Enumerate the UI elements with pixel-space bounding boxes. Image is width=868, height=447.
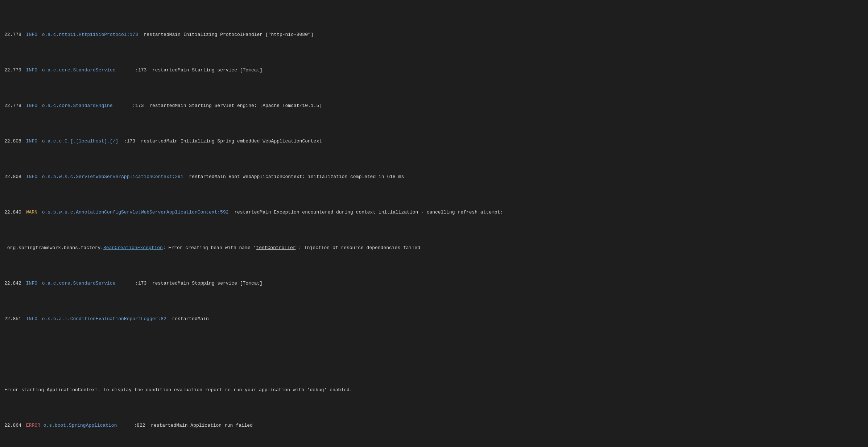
bean-name-testcontroller: testController <box>256 244 295 252</box>
logger-name: o.a.c.core.StandardService <box>42 280 116 287</box>
log-line-8: 22.851 INFO o.s.b.a.l.ConditionEvaluatio… <box>4 315 864 323</box>
log-level: INFO <box>26 31 39 38</box>
error-starting-line: Error starting ApplicationContext. To di… <box>4 386 864 394</box>
log-level: INFO <box>26 315 39 323</box>
log-message: Initializing ProtocolHandler ["http-nio-… <box>183 31 314 38</box>
timestamp: 22.808 <box>4 138 23 145</box>
log-message: Exception encountered during context ini… <box>274 209 503 216</box>
log-line-6: 22.840 WARN o.s.b.w.s.c.AnnotationConfig… <box>4 209 864 216</box>
log-line-7: 22.842 INFO o.a.c.core.StandardService :… <box>4 280 864 287</box>
log-line-5: 22.808 INFO o.s.b.w.s.c.ServletWebServer… <box>4 173 864 181</box>
thread-name: restartedMain <box>172 315 209 323</box>
logger-name: o.s.b.a.l.ConditionEvaluationReportLogge… <box>42 315 166 323</box>
exception-msg: : Error creating bean with name ' <box>163 244 256 252</box>
log-message: Root WebApplicationContext: initializati… <box>229 173 404 181</box>
thread-name: restartedMain <box>152 280 189 287</box>
log-level: INFO <box>26 173 39 181</box>
logger-name: o.s.b.w.s.c.AnnotationConfigServletWebSe… <box>42 209 229 216</box>
log-line-864: 22.864 ERROR o.s.boot.SpringApplication … <box>4 422 864 429</box>
thread-name: restartedMain <box>149 102 186 109</box>
log-level: INFO <box>26 138 39 145</box>
blank-line-1 <box>4 351 864 358</box>
log-message: Starting Servlet engine: [Apache Tomcat/… <box>189 102 322 109</box>
exception-prefix: org.springframework.beans.factory. <box>4 244 103 252</box>
log-message: Stopping service [Tomcat] <box>192 280 263 287</box>
logger-name: o.a.c.core.StandardEngine <box>42 102 113 109</box>
logger-name: o.s.b.w.s.c.ServletWebServerApplicationC… <box>42 173 183 181</box>
log-level: INFO <box>26 102 39 109</box>
bean-creation-warn-line: org.springframework.beans.factory.BeanCr… <box>4 244 864 252</box>
log-line-4: 22.808 INFO o.a.c.c.C.[.[localhost].[/] … <box>4 138 864 145</box>
timestamp: 22.779 <box>4 102 23 109</box>
thread-name: restartedMain <box>144 31 180 38</box>
logger-name: o.a.c.http11.Http11NioProtocol:173 <box>42 31 138 38</box>
logger-name: o.s.boot.SpringApplication <box>44 422 117 429</box>
thread-name: restartedMain <box>234 209 271 216</box>
log-level: INFO <box>26 67 39 74</box>
timestamp: 22.808 <box>4 173 23 181</box>
console-output: 22.778 INFO o.a.c.http11.Http11NioProtoc… <box>4 3 864 447</box>
logger-name: o.a.c.core.StandardService <box>42 67 116 74</box>
timestamp: 22.779 <box>4 67 23 74</box>
thread-name: restartedMain <box>152 67 189 74</box>
thread-name: restartedMain <box>141 138 178 145</box>
thread-name: restartedMain <box>151 422 187 429</box>
bean-creation-exception-link[interactable]: BeanCreationException <box>103 244 163 252</box>
timestamp: 22.851 <box>4 315 23 323</box>
exception-suffix: ': Injection of resource dependencies fa… <box>296 244 420 252</box>
timestamp: 22.864 <box>4 422 23 429</box>
log-level: WARN <box>26 209 39 216</box>
error-starting-text: Error starting ApplicationContext. To di… <box>4 386 352 394</box>
log-level: ERROR <box>26 422 41 429</box>
log-line-1: 22.778 INFO o.a.c.http11.Http11NioProtoc… <box>4 31 864 38</box>
log-message: Initializing Spring embedded WebApplicat… <box>181 138 322 145</box>
log-message: Application run failed <box>190 422 253 429</box>
timestamp: 22.840 <box>4 209 23 216</box>
thread-name: restartedMain <box>189 173 226 181</box>
log-message: Starting service [Tomcat] <box>192 67 263 74</box>
logger-name: o.a.c.c.C.[.[localhost].[/] <box>42 138 119 145</box>
log-line-3: 22.779 INFO o.a.c.core.StandardEngine :1… <box>4 102 864 109</box>
timestamp: 22.842 <box>4 280 23 287</box>
log-level: INFO <box>26 280 39 287</box>
timestamp: 22.778 <box>4 31 23 38</box>
log-line-2: 22.779 INFO o.a.c.core.StandardService :… <box>4 67 864 74</box>
